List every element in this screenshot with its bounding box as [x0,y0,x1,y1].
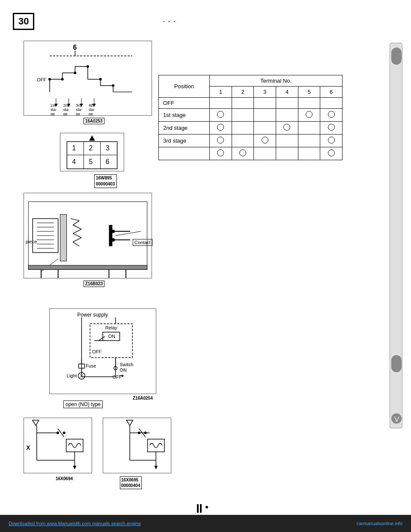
footer: Downloaded from www.Manualslib.com manua… [0,515,411,532]
svg-text:sta-: sta- [76,108,82,112]
scrollbar[interactable]: ⋁ [390,43,402,428]
table-row: 1st stage [159,109,342,122]
circle [306,111,313,118]
position-4th [159,147,210,160]
svg-text:Light: Light [67,373,77,378]
bottom-dot [206,506,208,508]
circle [328,111,335,118]
svg-text:Fuse: Fuse [86,363,96,368]
position-1st: 1st stage [159,109,210,122]
svg-marker-97 [122,374,124,377]
svg-text:5: 5 [89,158,93,165]
svg-line-54 [73,229,81,233]
circuit-diagram-5: X [24,418,92,473]
svg-text:ON: ON [108,334,115,339]
circle [328,124,335,131]
svg-line-51 [71,218,79,221]
circle [217,124,224,131]
cell-2nd-3 [254,122,276,134]
svg-marker-122 [154,466,158,469]
circle [217,111,224,118]
code-label-16x0695: 16X069500000404 [120,476,142,489]
svg-point-7 [99,78,102,81]
bottom-bar-1 [197,504,199,513]
bottom-bars [197,504,202,513]
table-terminal-header: Terminal No. [210,75,342,87]
cell-4th-6 [320,147,342,160]
svg-rect-117 [148,439,164,452]
svg-text:6: 6 [106,158,110,165]
contact-label: Contact [133,239,152,246]
svg-point-62 [111,238,115,242]
svg-text:sta-: sta- [89,108,95,112]
svg-text:OFF: OFF [113,374,122,380]
cell-4th-2 [232,147,254,160]
svg-point-4 [61,78,64,81]
col-6: 6 [320,87,342,98]
svg-text:ge: ge [63,112,68,115]
terminal-table-container: Position Terminal No. 1 2 3 4 5 6 OFF [158,75,342,160]
cell-2nd-6 [320,122,342,134]
svg-text:sta-: sta- [51,108,57,112]
open-no-type-label: open (NO) type [63,400,103,408]
svg-marker-111 [126,420,133,426]
cell-2nd-2 [232,122,254,134]
svg-text:4: 4 [72,158,76,165]
cell-1st-3 [254,109,276,122]
cell-off-6 [320,98,342,109]
svg-line-53 [73,225,81,229]
code-label-z16b023: Z16B023 [83,281,104,287]
cell-off-4 [276,98,298,109]
svg-point-61 [111,230,115,233]
cell-4th-4 [276,147,298,160]
cell-1st-1 [210,109,232,122]
circle [217,137,224,143]
footer-right-text[interactable]: carmanualsonline.info [357,521,402,526]
col-4: 4 [276,87,298,98]
scrollbar-arrow-bottom[interactable]: ⋁ [391,413,402,424]
svg-text:3: 3 [106,144,110,152]
svg-rect-65 [28,265,147,269]
top-dashes: - - - [163,18,176,25]
svg-text:sta-: sta- [63,108,70,112]
circle [283,124,290,131]
cell-1st-6 [320,109,342,122]
col-3: 3 [254,87,276,98]
svg-text:2: 2 [89,144,93,152]
table-row: 3rd stage [159,134,342,147]
svg-point-5 [74,72,76,74]
svg-line-57 [73,242,79,246]
cell-4th-1 [210,147,232,160]
cell-off-5 [298,98,320,109]
position-3rd: 3rd stage [159,134,210,147]
svg-text:Switch: Switch [120,362,134,367]
svg-text:Relay: Relay [105,325,117,330]
terminal-table: Position Terminal No. 1 2 3 4 5 6 OFF [158,75,342,160]
svg-point-8 [112,84,114,87]
terminal-numbering-diagram: 1 2 3 4 5 6 [60,133,124,171]
circle [328,149,335,156]
svg-text:6: 6 [73,44,77,51]
cell-2nd-1 [210,122,232,134]
svg-line-55 [73,233,81,238]
svg-point-103 [57,432,59,434]
cell-1st-5 [298,109,320,122]
cell-2nd-4 [276,122,298,134]
table-row: 2nd stage [159,122,342,134]
svg-point-115 [138,432,140,434]
code-label-16a0253: 16A0253 [83,118,104,124]
svg-marker-110 [73,466,76,469]
svg-text:X: X [26,445,30,451]
cell-3rd-2 [232,134,254,147]
svg-text:ge: ge [76,112,80,115]
svg-line-64 [115,231,140,236]
footer-left-text[interactable]: Downloaded from www.Manualslib.com manua… [9,521,141,526]
svg-text:ge: ge [89,112,93,115]
table-row [159,147,342,160]
svg-line-52 [73,221,79,225]
col-5: 5 [298,87,320,98]
cell-3rd-4 [276,134,298,147]
cell-4th-5 [298,147,320,160]
svg-point-6 [86,65,89,68]
svg-marker-30 [89,135,95,141]
